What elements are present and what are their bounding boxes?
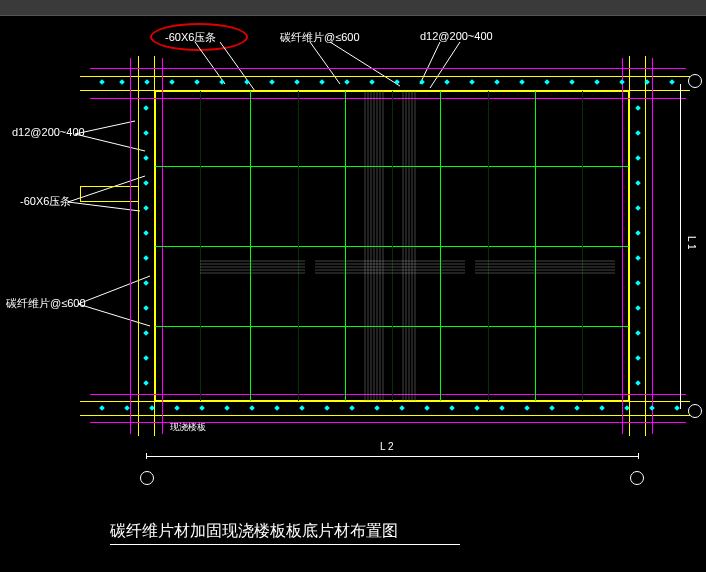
svg-rect-55 [494,79,500,85]
svg-rect-67 [199,405,205,411]
svg-rect-84 [624,405,630,411]
svg-rect-99 [635,105,641,111]
anchor-dots [0,16,706,436]
grid-bubble [688,404,702,418]
svg-rect-56 [519,79,525,85]
svg-rect-76 [424,405,430,411]
svg-rect-105 [635,255,641,261]
svg-rect-39 [99,79,105,85]
svg-rect-64 [124,405,130,411]
svg-rect-78 [474,405,480,411]
svg-rect-89 [143,155,149,161]
svg-rect-106 [635,280,641,286]
svg-rect-50 [369,79,375,85]
svg-rect-97 [143,355,149,361]
dim-tick [638,453,639,459]
dim-L2-line [146,456,638,457]
svg-rect-83 [599,405,605,411]
grid-bubble [140,471,154,485]
svg-rect-110 [635,380,641,386]
dim-L2-label: L 2 [380,441,394,452]
svg-rect-102 [635,180,641,186]
svg-rect-53 [444,79,450,85]
svg-rect-104 [635,230,641,236]
svg-rect-54 [469,79,475,85]
svg-rect-45 [244,79,250,85]
svg-rect-109 [635,355,641,361]
svg-rect-100 [635,130,641,136]
svg-rect-58 [569,79,575,85]
svg-rect-68 [224,405,230,411]
svg-rect-74 [374,405,380,411]
svg-rect-94 [143,280,149,286]
dim-L1-label: L 1 [686,236,697,250]
svg-rect-41 [144,79,150,85]
svg-rect-96 [143,330,149,336]
cad-canvas[interactable]: -60X6压条 碳纤维片@≤600 d12@200~400 d12@200~40… [0,16,706,572]
svg-rect-101 [635,155,641,161]
svg-rect-87 [143,105,149,111]
svg-rect-49 [344,79,350,85]
svg-rect-46 [269,79,275,85]
svg-rect-90 [143,180,149,186]
svg-rect-47 [294,79,300,85]
svg-rect-69 [249,405,255,411]
svg-rect-95 [143,305,149,311]
dim-tick [146,453,147,459]
svg-rect-79 [499,405,505,411]
cad-toolbar[interactable] [0,0,706,16]
svg-rect-108 [635,330,641,336]
svg-rect-40 [119,79,125,85]
svg-rect-66 [174,405,180,411]
svg-rect-98 [143,380,149,386]
grid-bubble [630,471,644,485]
dim-L1-line [680,84,681,409]
title-underline [110,544,460,545]
svg-rect-59 [594,79,600,85]
svg-rect-61 [644,79,650,85]
svg-rect-80 [524,405,530,411]
svg-rect-43 [194,79,200,85]
svg-rect-65 [149,405,155,411]
label-slab-bottom: 现浇楼板 [170,421,206,434]
svg-rect-42 [169,79,175,85]
svg-rect-44 [219,79,225,85]
svg-rect-70 [274,405,280,411]
grid-bubble [688,74,702,88]
svg-rect-88 [143,130,149,136]
svg-rect-92 [143,230,149,236]
svg-rect-103 [635,205,641,211]
svg-rect-85 [649,405,655,411]
svg-rect-71 [299,405,305,411]
svg-rect-57 [544,79,550,85]
svg-rect-48 [319,79,325,85]
svg-rect-93 [143,255,149,261]
svg-rect-75 [399,405,405,411]
svg-rect-51 [394,79,400,85]
svg-rect-63 [99,405,105,411]
drawing-title: 碳纤维片材加固现浇楼板板底片材布置图 [110,521,398,542]
svg-rect-52 [419,79,425,85]
svg-rect-107 [635,305,641,311]
svg-rect-77 [449,405,455,411]
svg-rect-91 [143,205,149,211]
svg-rect-73 [349,405,355,411]
svg-rect-82 [574,405,580,411]
svg-rect-60 [619,79,625,85]
svg-rect-81 [549,405,555,411]
svg-rect-62 [669,79,675,85]
svg-rect-86 [674,405,680,411]
svg-rect-72 [324,405,330,411]
